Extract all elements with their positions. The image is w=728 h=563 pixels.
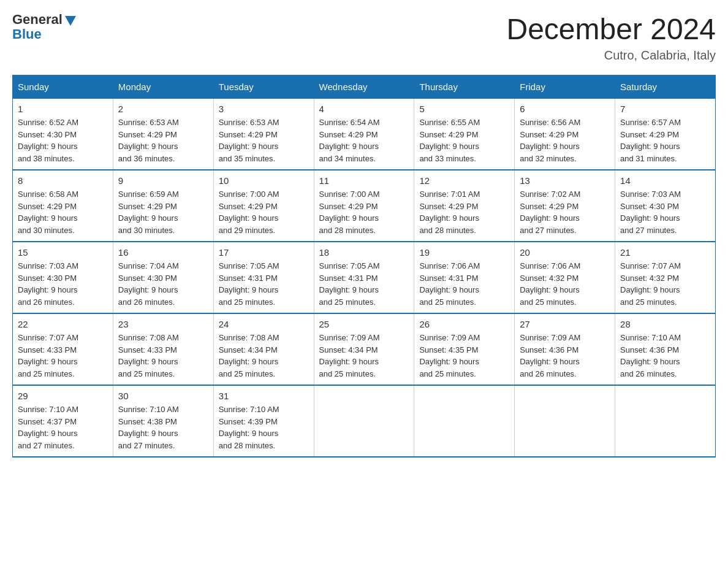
calendar-cell: 25 Sunrise: 7:09 AM Sunset: 4:34 PM Dayl… — [314, 313, 414, 385]
calendar-cell: 11 Sunrise: 7:00 AM Sunset: 4:29 PM Dayl… — [314, 170, 414, 242]
weekday-header-saturday: Saturday — [615, 75, 716, 99]
logo-triangle-icon — [64, 13, 77, 27]
logo-top: General — [12, 12, 77, 27]
calendar-cell — [615, 385, 716, 457]
calendar-cell: 20 Sunrise: 7:06 AM Sunset: 4:32 PM Dayl… — [515, 242, 615, 313]
day-number: 13 — [520, 175, 610, 186]
weekday-header-wednesday: Wednesday — [314, 75, 414, 99]
day-info: Sunrise: 7:04 AM Sunset: 4:30 PM Dayligh… — [118, 260, 208, 308]
calendar-cell — [414, 385, 515, 457]
calendar-cell — [314, 385, 414, 457]
day-info: Sunrise: 7:05 AM Sunset: 4:31 PM Dayligh… — [319, 260, 409, 308]
weekday-header-sunday: Sunday — [13, 75, 113, 99]
day-info: Sunrise: 6:55 AM Sunset: 4:29 PM Dayligh… — [419, 117, 509, 164]
day-number: 23 — [118, 319, 208, 329]
day-info: Sunrise: 7:08 AM Sunset: 4:34 PM Dayligh… — [219, 332, 309, 380]
day-info: Sunrise: 7:08 AM Sunset: 4:33 PM Dayligh… — [118, 332, 208, 380]
calendar-cell: 8 Sunrise: 6:58 AM Sunset: 4:29 PM Dayli… — [13, 170, 113, 242]
day-number: 24 — [219, 319, 309, 329]
day-info: Sunrise: 7:09 AM Sunset: 4:35 PM Dayligh… — [419, 332, 509, 380]
day-number: 12 — [419, 175, 509, 186]
calendar-week-row: 15 Sunrise: 7:03 AM Sunset: 4:30 PM Dayl… — [13, 242, 716, 313]
calendar-cell: 18 Sunrise: 7:05 AM Sunset: 4:31 PM Dayl… — [314, 242, 414, 313]
calendar-cell: 1 Sunrise: 6:52 AM Sunset: 4:30 PM Dayli… — [13, 99, 113, 170]
calendar-cell: 28 Sunrise: 7:10 AM Sunset: 4:36 PM Dayl… — [615, 313, 716, 385]
day-number: 31 — [219, 391, 309, 401]
weekday-header-thursday: Thursday — [414, 75, 515, 99]
svg-marker-0 — [65, 16, 76, 26]
day-number: 22 — [18, 319, 108, 329]
day-number: 17 — [219, 247, 309, 258]
calendar-cell: 12 Sunrise: 7:01 AM Sunset: 4:29 PM Dayl… — [414, 170, 515, 242]
calendar-cell: 9 Sunrise: 6:59 AM Sunset: 4:29 PM Dayli… — [113, 170, 213, 242]
calendar-cell: 16 Sunrise: 7:04 AM Sunset: 4:30 PM Dayl… — [113, 242, 213, 313]
day-number: 27 — [520, 319, 610, 329]
calendar-cell: 10 Sunrise: 7:00 AM Sunset: 4:29 PM Dayl… — [213, 170, 314, 242]
calendar-cell: 26 Sunrise: 7:09 AM Sunset: 4:35 PM Dayl… — [414, 313, 515, 385]
day-info: Sunrise: 7:05 AM Sunset: 4:31 PM Dayligh… — [219, 260, 309, 308]
day-info: Sunrise: 7:10 AM Sunset: 4:37 PM Dayligh… — [18, 404, 108, 451]
day-info: Sunrise: 6:52 AM Sunset: 4:30 PM Dayligh… — [18, 117, 108, 164]
day-number: 19 — [419, 247, 509, 258]
calendar-cell: 3 Sunrise: 6:53 AM Sunset: 4:29 PM Dayli… — [213, 99, 314, 170]
day-info: Sunrise: 6:54 AM Sunset: 4:29 PM Dayligh… — [319, 117, 409, 164]
calendar-cell: 17 Sunrise: 7:05 AM Sunset: 4:31 PM Dayl… — [213, 242, 314, 313]
calendar-header-row: SundayMondayTuesdayWednesdayThursdayFrid… — [13, 75, 716, 99]
day-number: 10 — [219, 175, 309, 186]
day-info: Sunrise: 7:00 AM Sunset: 4:29 PM Dayligh… — [319, 188, 409, 236]
calendar-cell: 13 Sunrise: 7:02 AM Sunset: 4:29 PM Dayl… — [515, 170, 615, 242]
day-info: Sunrise: 7:06 AM Sunset: 4:32 PM Dayligh… — [520, 260, 610, 308]
day-number: 18 — [319, 247, 409, 258]
day-info: Sunrise: 7:02 AM Sunset: 4:29 PM Dayligh… — [520, 188, 610, 236]
calendar-cell: 15 Sunrise: 7:03 AM Sunset: 4:30 PM Dayl… — [13, 242, 113, 313]
day-number: 29 — [18, 391, 108, 401]
day-number: 16 — [118, 247, 208, 258]
day-info: Sunrise: 7:03 AM Sunset: 4:30 PM Dayligh… — [18, 260, 108, 308]
calendar-week-row: 22 Sunrise: 7:07 AM Sunset: 4:33 PM Dayl… — [13, 313, 716, 385]
day-number: 7 — [620, 104, 710, 114]
day-number: 15 — [18, 247, 108, 258]
calendar-cell: 23 Sunrise: 7:08 AM Sunset: 4:33 PM Dayl… — [113, 313, 213, 385]
day-number: 28 — [620, 319, 710, 329]
logo: General Blue — [12, 12, 77, 42]
calendar-cell: 24 Sunrise: 7:08 AM Sunset: 4:34 PM Dayl… — [213, 313, 314, 385]
day-info: Sunrise: 6:53 AM Sunset: 4:29 PM Dayligh… — [118, 117, 208, 164]
weekday-header-tuesday: Tuesday — [213, 75, 314, 99]
day-number: 21 — [620, 247, 710, 258]
calendar-cell: 29 Sunrise: 7:10 AM Sunset: 4:37 PM Dayl… — [13, 385, 113, 457]
day-number: 2 — [118, 104, 208, 114]
title-block: December 2024 Cutro, Calabria, Italy — [506, 12, 716, 63]
day-info: Sunrise: 6:59 AM Sunset: 4:29 PM Dayligh… — [118, 188, 208, 236]
calendar-cell: 19 Sunrise: 7:06 AM Sunset: 4:31 PM Dayl… — [414, 242, 515, 313]
day-info: Sunrise: 7:10 AM Sunset: 4:38 PM Dayligh… — [118, 404, 208, 451]
day-number: 20 — [520, 247, 610, 258]
day-info: Sunrise: 7:00 AM Sunset: 4:29 PM Dayligh… — [219, 188, 309, 236]
day-info: Sunrise: 7:01 AM Sunset: 4:29 PM Dayligh… — [419, 188, 509, 236]
calendar-cell: 31 Sunrise: 7:10 AM Sunset: 4:39 PM Dayl… — [213, 385, 314, 457]
calendar-cell: 30 Sunrise: 7:10 AM Sunset: 4:38 PM Dayl… — [113, 385, 213, 457]
calendar-cell: 27 Sunrise: 7:09 AM Sunset: 4:36 PM Dayl… — [515, 313, 615, 385]
calendar-table: SundayMondayTuesdayWednesdayThursdayFrid… — [12, 75, 716, 458]
day-info: Sunrise: 7:06 AM Sunset: 4:31 PM Dayligh… — [419, 260, 509, 308]
calendar-week-row: 1 Sunrise: 6:52 AM Sunset: 4:30 PM Dayli… — [13, 99, 716, 170]
calendar-cell: 2 Sunrise: 6:53 AM Sunset: 4:29 PM Dayli… — [113, 99, 213, 170]
calendar-week-row: 8 Sunrise: 6:58 AM Sunset: 4:29 PM Dayli… — [13, 170, 716, 242]
location: Cutro, Calabria, Italy — [506, 48, 716, 63]
day-number: 3 — [219, 104, 309, 114]
day-info: Sunrise: 7:09 AM Sunset: 4:34 PM Dayligh… — [319, 332, 409, 380]
day-number: 8 — [18, 175, 108, 186]
day-number: 5 — [419, 104, 509, 114]
month-title: December 2024 — [506, 12, 716, 46]
day-info: Sunrise: 7:07 AM Sunset: 4:33 PM Dayligh… — [18, 332, 108, 380]
weekday-header-friday: Friday — [515, 75, 615, 99]
calendar-cell: 6 Sunrise: 6:56 AM Sunset: 4:29 PM Dayli… — [515, 99, 615, 170]
day-number: 26 — [419, 319, 509, 329]
page-header: General Blue December 2024 Cutro, Calabr… — [12, 12, 716, 63]
day-info: Sunrise: 6:56 AM Sunset: 4:29 PM Dayligh… — [520, 117, 610, 164]
day-number: 14 — [620, 175, 710, 186]
day-info: Sunrise: 7:10 AM Sunset: 4:36 PM Dayligh… — [620, 332, 710, 380]
day-number: 11 — [319, 175, 409, 186]
calendar-cell: 22 Sunrise: 7:07 AM Sunset: 4:33 PM Dayl… — [13, 313, 113, 385]
day-number: 9 — [118, 175, 208, 186]
day-number: 4 — [319, 104, 409, 114]
